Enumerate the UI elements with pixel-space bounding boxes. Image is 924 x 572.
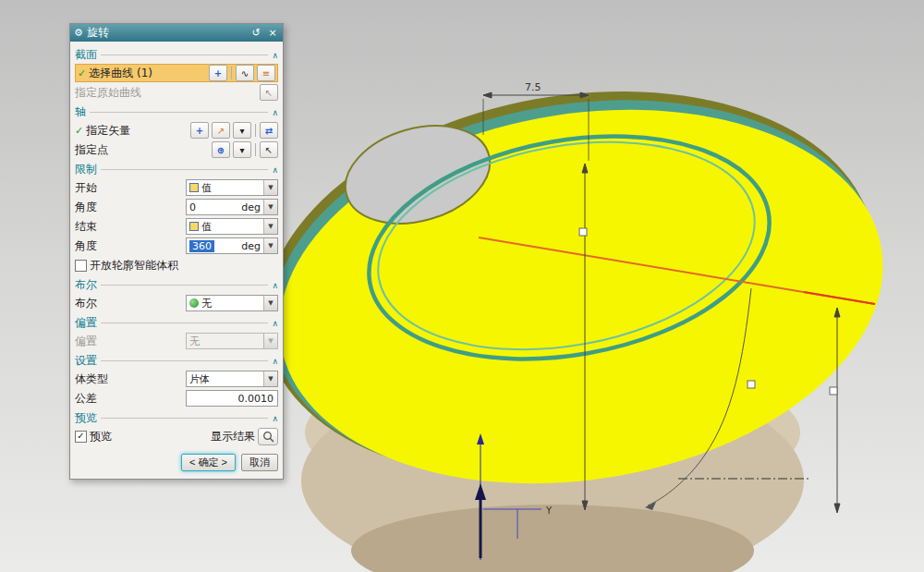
close-icon[interactable]: × bbox=[266, 27, 279, 39]
boolean-none-icon bbox=[189, 298, 199, 308]
open-profile-checkbox[interactable] bbox=[75, 260, 87, 272]
select-cursor-icon[interactable]: ↖ bbox=[260, 84, 278, 101]
open-profile-row[interactable]: 开放轮廓智能体积 bbox=[75, 256, 278, 274]
axis-y-label: Y bbox=[545, 505, 553, 516]
group-header-offset[interactable]: 偏置 ∧ bbox=[75, 315, 278, 331]
curve-list-icon[interactable]: ≡ bbox=[257, 65, 275, 81]
specify-vector-row[interactable]: ✓ 指定矢量 + ↗ ▾ ⇄ bbox=[75, 121, 278, 140]
collapse-icon[interactable]: ∧ bbox=[272, 281, 278, 290]
group-limits-label: 限制 bbox=[75, 162, 97, 177]
show-result-button[interactable] bbox=[258, 428, 278, 445]
cancel-button[interactable]: 取消 bbox=[241, 454, 278, 471]
divider bbox=[255, 143, 256, 156]
offset-label: 偏置 bbox=[75, 334, 97, 349]
tolerance-input[interactable]: 0.0010 bbox=[186, 390, 278, 407]
preview-checkbox[interactable]: ✓ bbox=[75, 431, 87, 443]
magnifier-icon bbox=[262, 431, 274, 443]
origin-curve-row[interactable]: 指定原始曲线 ↖ bbox=[75, 83, 278, 102]
end-row: 结束 值 ▼ bbox=[75, 217, 278, 236]
tolerance-value: 0.0010 bbox=[189, 393, 277, 405]
specify-point-row[interactable]: 指定点 ⊕ ▾ ↖ bbox=[75, 140, 278, 159]
group-header-boolean[interactable]: 布尔 ∧ bbox=[75, 277, 278, 293]
reset-icon[interactable]: ↺ bbox=[249, 27, 262, 39]
snap-point-icon[interactable]: + bbox=[209, 65, 227, 81]
dropdown-icon[interactable]: ▼ bbox=[263, 296, 277, 310]
start-angle-value: 0 bbox=[189, 201, 241, 213]
specify-point-label: 指定点 bbox=[75, 142, 108, 158]
collapse-icon[interactable]: ∧ bbox=[272, 414, 278, 423]
end-angle-value: 360 bbox=[189, 240, 214, 252]
preview-label: 预览 bbox=[90, 429, 112, 444]
boolean-select[interactable]: 无 ▼ bbox=[186, 295, 278, 311]
end-type-value: 值 bbox=[201, 220, 263, 234]
ok-button[interactable]: < 确定 > bbox=[181, 454, 236, 471]
collapse-icon[interactable]: ∧ bbox=[272, 108, 278, 117]
vector-type-icon[interactable]: ↗ bbox=[212, 122, 230, 139]
group-boolean-label: 布尔 bbox=[75, 277, 97, 293]
show-result-label: 显示结果 bbox=[211, 429, 255, 444]
dropdown-icon[interactable]: ▼ bbox=[263, 180, 277, 195]
select-curve-row[interactable]: ✓ 选择曲线 (1) + ∿ ≡ bbox=[75, 64, 278, 82]
dropdown-icon[interactable]: ▼ bbox=[263, 371, 277, 386]
start-type-value: 值 bbox=[201, 181, 263, 195]
end-angle-input[interactable]: 360 deg ▼ bbox=[186, 237, 278, 254]
vector-snap-icon[interactable]: + bbox=[190, 122, 209, 139]
curve-rule-icon[interactable]: ∿ bbox=[236, 65, 254, 81]
value-icon bbox=[189, 183, 199, 192]
divider bbox=[101, 285, 268, 286]
dropdown-icon[interactable]: ▼ bbox=[263, 238, 277, 253]
group-axis-label: 轴 bbox=[75, 104, 86, 120]
reverse-direction-icon[interactable]: ⇄ bbox=[260, 122, 278, 139]
origin-curve-label: 指定原始曲线 bbox=[75, 85, 141, 101]
divider bbox=[101, 323, 268, 323]
vector-dropdown-icon[interactable]: ▾ bbox=[233, 122, 251, 139]
collapse-icon[interactable]: ∧ bbox=[272, 165, 278, 175]
point-cursor-icon[interactable]: ↖ bbox=[260, 141, 278, 158]
end-angle-label: 角度 bbox=[75, 238, 97, 254]
start-angle-unit: deg bbox=[241, 201, 261, 213]
start-angle-input[interactable]: 0 deg ▼ bbox=[186, 199, 278, 215]
boolean-value: 无 bbox=[201, 297, 263, 310]
collapse-icon[interactable]: ∧ bbox=[272, 357, 278, 366]
value-icon bbox=[189, 222, 199, 231]
start-angle-row: 角度 0 deg ▼ bbox=[75, 198, 278, 216]
body-type-select[interactable]: 片体 ▼ bbox=[186, 371, 278, 387]
end-label: 结束 bbox=[75, 219, 97, 235]
divider bbox=[90, 112, 268, 113]
group-offset-label: 偏置 bbox=[75, 315, 97, 331]
check-icon: ✓ bbox=[75, 125, 83, 137]
revolve-dialog: ⚙ 旋转 ↺ × 截面 ∧ ✓ 选择曲线 (1) + ∿ ≡ 指定原始曲线 ↖ … bbox=[69, 23, 284, 480]
body-type-label: 体类型 bbox=[75, 371, 108, 387]
boolean-row: 布尔 无 ▼ bbox=[75, 294, 278, 312]
point-dropdown-icon[interactable]: ▾ bbox=[233, 141, 251, 158]
start-type-select[interactable]: 值 ▼ bbox=[186, 179, 278, 196]
end-type-select[interactable]: 值 ▼ bbox=[186, 218, 278, 235]
select-curve-label: 选择曲线 (1) bbox=[89, 66, 152, 81]
dialog-title: 旋转 bbox=[87, 25, 109, 41]
group-section-label: 截面 bbox=[75, 47, 97, 63]
group-header-limits[interactable]: 限制 ∧ bbox=[75, 162, 278, 177]
group-header-settings[interactable]: 设置 ∧ bbox=[75, 353, 278, 369]
dropdown-icon[interactable]: ▼ bbox=[263, 219, 277, 234]
open-profile-label: 开放轮廓智能体积 bbox=[90, 258, 178, 274]
body-type-row: 体类型 片体 ▼ bbox=[75, 370, 278, 388]
group-header-axis[interactable]: 轴 ∧ bbox=[75, 104, 278, 120]
collapse-icon[interactable]: ∧ bbox=[272, 319, 278, 328]
group-header-preview[interactable]: 预览 ∧ bbox=[75, 410, 278, 426]
collapse-icon[interactable]: ∧ bbox=[272, 51, 278, 60]
dialog-titlebar[interactable]: ⚙ 旋转 ↺ × bbox=[70, 24, 283, 42]
boolean-label: 布尔 bbox=[75, 296, 97, 311]
tolerance-row: 公差 0.0010 bbox=[75, 389, 278, 408]
dialog-buttons: < 确定 > 取消 bbox=[75, 454, 278, 473]
dropdown-icon[interactable]: ▼ bbox=[263, 200, 277, 214]
specify-vector-label: 指定矢量 bbox=[86, 123, 130, 139]
end-angle-unit: deg bbox=[241, 240, 261, 252]
offset-value: 无 bbox=[189, 335, 263, 348]
offset-select[interactable]: 无 ▼ bbox=[186, 333, 278, 349]
divider bbox=[231, 67, 232, 79]
group-settings-label: 设置 bbox=[75, 353, 97, 369]
start-label: 开始 bbox=[75, 180, 97, 196]
point-constructor-icon[interactable]: ⊕ bbox=[212, 141, 230, 158]
group-header-section[interactable]: 截面 ∧ bbox=[75, 47, 278, 63]
start-row: 开始 值 ▼ bbox=[75, 178, 278, 197]
